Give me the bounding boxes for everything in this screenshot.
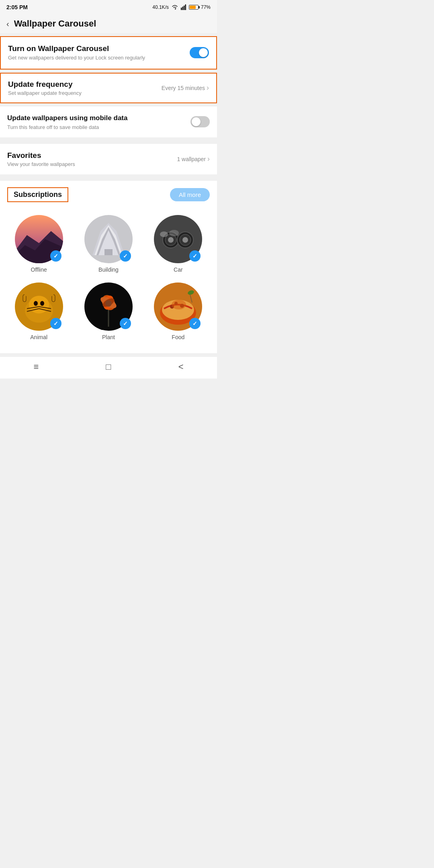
building-label: Building [98,266,119,273]
svg-rect-0 [181,8,182,10]
subscription-img-wrap: ✓ [15,283,63,331]
favorites-subtitle: View your favorite wallpapers [7,161,177,167]
svg-rect-1 [182,7,183,10]
frequency-subtitle: Set wallpaper update frequency [8,90,162,96]
favorites-chevron-icon: › [207,155,210,163]
svg-point-24 [29,296,49,313]
bottom-nav: ≡ □ < [0,356,217,379]
frequency-title: Update frequency [8,80,162,89]
favorites-title: Favorites [7,151,177,160]
favorites-right: 1 wallpaper › [177,155,210,163]
plant-label: Plant [102,334,115,340]
subscriptions-title: Subscriptions [7,187,68,202]
mobile-data-row: Update wallpapers using mobile data Turn… [0,106,217,137]
svg-point-29 [34,301,38,306]
chevron-right-icon: › [207,84,209,92]
car-check-icon: ✓ [189,250,201,262]
back-button[interactable]: ‹ [6,19,9,29]
app-header: ‹ Wallpaper Carousel [0,14,217,33]
mobile-data-subtitle: Turn this feature off to save mobile dat… [7,124,184,130]
car-label: Car [174,266,183,273]
list-item[interactable]: ✓ Car [143,210,213,278]
status-right: 40.1K/s 77% [152,4,211,10]
wifi-icon [171,4,178,10]
favorites-count: 1 wallpaper [177,156,206,162]
mobile-data-content: Update wallpapers using mobile data Turn… [7,114,190,130]
animal-check-icon: ✓ [50,318,61,329]
wallpaper-carousel-toggle-row: Turn on Wallpaper Carousel Get new wallp… [0,36,217,70]
svg-rect-12 [104,249,113,255]
list-item[interactable]: ✓ Plant [74,278,143,345]
favorites-row[interactable]: Favorites View your favorite wallpapers … [0,144,217,174]
divider-1 [0,141,217,144]
all-more-button[interactable]: All more [170,188,210,201]
carousel-toggle[interactable] [190,47,209,58]
menu-icon[interactable]: ≡ [34,362,39,372]
svg-point-16 [168,237,174,243]
subscriptions-section: Subscriptions All more [0,181,217,353]
subscription-img-wrap: ✓ [15,215,63,263]
divider-2 [0,178,217,181]
signal-icon [181,4,186,10]
offline-label: Offline [31,266,47,273]
subscription-grid: ✓ Offline ✓ Building [0,207,217,353]
svg-point-30 [40,301,44,306]
svg-point-20 [160,231,168,237]
subscription-img-wrap: ✓ [84,283,133,331]
favorites-section: Favorites View your favorite wallpapers … [0,144,217,174]
svg-rect-2 [184,6,185,10]
svg-rect-34 [51,291,53,296]
svg-rect-32 [25,291,27,296]
back-nav-icon[interactable]: < [178,362,184,372]
animal-label: Animal [30,334,47,340]
svg-point-41 [105,300,112,307]
subscriptions-header: Subscriptions All more [0,181,217,207]
list-item[interactable]: ✓ Building [74,210,143,278]
mobile-data-title: Update wallpapers using mobile data [7,114,184,123]
svg-point-21 [169,230,179,236]
battery-percent: 77% [201,4,211,10]
svg-rect-3 [185,4,186,10]
list-item[interactable]: ✓ Animal [4,278,74,345]
mobile-data-section: Update wallpapers using mobile data Turn… [0,106,217,137]
svg-point-48 [172,300,186,309]
battery-icon [189,5,199,10]
subscription-img-wrap: ✓ [154,283,202,331]
frequency-left: Update frequency Set wallpaper update fr… [8,80,162,96]
building-check-icon: ✓ [120,250,131,262]
frequency-row[interactable]: Update frequency Set wallpaper update fr… [0,73,217,103]
favorites-left: Favorites View your favorite wallpapers [7,151,177,167]
page-title: Wallpaper Carousel [14,18,96,29]
svg-point-19 [182,237,188,243]
offline-check-icon: ✓ [50,250,61,262]
status-bar: 2:05 PM 40.1K/s 77% [0,0,217,14]
home-icon[interactable]: □ [106,362,111,372]
toggle-row-content: Turn on Wallpaper Carousel Get new wallp… [8,44,190,61]
toggle-subtitle: Get new wallpapers delivered to your Loc… [8,55,183,61]
plant-check-icon: ✓ [120,318,131,329]
frequency-right: Every 15 minutes › [162,84,209,92]
subscription-img-wrap: ✓ [154,215,202,263]
mobile-data-toggle[interactable] [190,116,210,127]
frequency-value: Every 15 minutes [162,85,205,91]
food-label: Food [172,334,184,340]
network-speed: 40.1K/s [152,4,169,10]
status-time: 2:05 PM [6,4,28,10]
list-item[interactable]: ✓ Food [143,278,213,345]
list-item[interactable]: ✓ Offline [4,210,74,278]
food-check-icon: ✓ [189,318,201,329]
subscription-img-wrap: ✓ [84,215,133,263]
toggle-title: Turn on Wallpaper Carousel [8,44,183,53]
